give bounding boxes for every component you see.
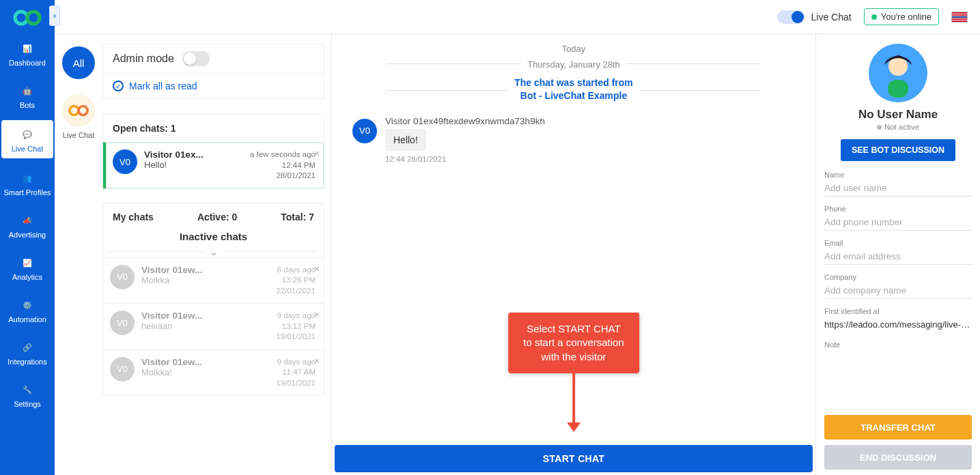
- integrations-icon: 🔗: [18, 340, 37, 355]
- online-status-badge[interactable]: You're online: [864, 8, 939, 25]
- email-input[interactable]: [824, 248, 972, 265]
- livechat-toggle[interactable]: [777, 10, 804, 24]
- admin-mode-label: Admin mode: [113, 53, 174, 65]
- user-status: Not active: [824, 123, 972, 131]
- brand-logo: [11, 5, 44, 30]
- visitor-last-message: Hello!: [144, 160, 243, 170]
- message-row: V0 Visitor 01ex49ftexdew9xnwmda73h9kh He…: [352, 116, 795, 163]
- open-chats-header: Open chats: 1: [103, 115, 324, 142]
- filter-strip: All Live Chat: [55, 34, 102, 475]
- see-bot-discussion-button[interactable]: SEE BOT DISCUSSION: [841, 139, 955, 161]
- top-bar: Live Chat You're online: [55, 0, 980, 34]
- nav-bots[interactable]: 🤖Bots: [0, 76, 55, 115]
- svg-rect-6: [888, 80, 908, 98]
- conversation-column: Today Thursday, January 28th The chat wa…: [331, 34, 816, 475]
- online-dot-icon: [871, 14, 877, 20]
- active-count: Active: 0: [197, 212, 237, 222]
- settings-icon: 🔧: [18, 382, 37, 397]
- end-discussion-button[interactable]: END DISCUSSION: [824, 445, 972, 470]
- nav-analytics[interactable]: 📈Analytics: [0, 248, 55, 287]
- inactive-chat-item[interactable]: V0 Visitor 01ew...Moikka 6 days ago13:26…: [103, 257, 324, 304]
- open-chats-panel: Open chats: 1 V0 Visitor 01ex... Hello! …: [102, 114, 324, 189]
- user-name-heading: No User Name: [824, 108, 972, 121]
- filter-brand[interactable]: [62, 94, 95, 127]
- arrow-down-icon: [567, 422, 580, 432]
- visitor-name: Visitor 01ex...: [144, 149, 243, 160]
- day-long-label: Thursday, January 28th: [527, 59, 620, 70]
- nav-dashboard[interactable]: 📊Dashboard: [0, 34, 55, 72]
- email-label: Email: [824, 239, 972, 247]
- chat-meta: a few seconds ago 12:44 PM 28/01/2021: [250, 149, 316, 182]
- message-sender-name: Visitor 01ex49ftexdew9xnwmda73h9kh: [385, 116, 545, 126]
- visitor-avatar: V0: [113, 149, 137, 174]
- profiles-icon: 👥: [18, 171, 37, 186]
- note-label: Note: [824, 341, 972, 349]
- nav-live-chat[interactable]: 💬Live Chat: [1, 120, 53, 158]
- message-avatar: V0: [352, 119, 377, 143]
- company-label: Company: [824, 273, 972, 281]
- visitor-avatar: V0: [110, 265, 135, 289]
- admin-mode-toggle[interactable]: [182, 51, 210, 66]
- advertising-icon: 📣: [18, 213, 37, 228]
- check-circle-icon: ✓: [113, 81, 124, 91]
- open-chat-item[interactable]: V0 Visitor 01ex... Hello! a few seconds …: [103, 142, 324, 188]
- svg-point-0: [15, 12, 27, 24]
- nav-integrations[interactable]: 🔗Integrations: [0, 333, 55, 371]
- close-icon[interactable]: ×: [314, 263, 320, 274]
- message-timestamp: 12:44 28/01/2021: [385, 155, 545, 163]
- nav-smart-profiles[interactable]: 👥Smart Profiles: [0, 164, 55, 202]
- phone-label: Phone: [824, 205, 972, 213]
- nav-advertising[interactable]: 📣Advertising: [0, 206, 55, 244]
- my-chats-label: My chats: [113, 212, 154, 222]
- svg-point-2: [70, 106, 79, 115]
- close-icon[interactable]: ×: [314, 309, 320, 320]
- day-label: Today: [352, 44, 795, 54]
- transfer-chat-button[interactable]: TRANSFER CHAT: [824, 415, 972, 440]
- visitor-avatar: V0: [110, 357, 135, 382]
- chat-start-info: The chat was started fromBot - LiveChat …: [514, 76, 633, 102]
- total-count: Total: 7: [281, 212, 314, 222]
- bots-icon: 🤖: [18, 83, 37, 98]
- name-label: Name: [824, 171, 972, 179]
- dashboard-icon: 📊: [18, 41, 37, 56]
- inactive-list: V0 Visitor 01ew...Moikka 6 days ago13:26…: [103, 257, 324, 396]
- automation-icon: ⚙️: [18, 298, 37, 313]
- nav-rail: › 📊Dashboard 🤖Bots 💬Live Chat 👥Smart Pro…: [0, 0, 55, 475]
- callout-box: Select START CHATto start a conversation…: [508, 313, 639, 373]
- company-input[interactable]: [824, 283, 972, 299]
- analytics-icon: 📈: [18, 255, 37, 270]
- first-identified-value: https://leadoo.com/messaging/live-ch...: [824, 317, 972, 332]
- name-input[interactable]: [824, 180, 972, 197]
- nav-automation[interactable]: ⚙️Automation: [0, 291, 55, 329]
- language-flag-uk[interactable]: [951, 12, 968, 23]
- inactive-chat-item[interactable]: V0 Visitor 01ew...heivaan 9 days ago13:1…: [103, 303, 324, 349]
- visitor-avatar: V0: [110, 311, 135, 335]
- tutorial-callout: Select START CHATto start a conversation…: [508, 313, 639, 432]
- content-row: All Live Chat Admin mode ✓ Mark all as r…: [55, 34, 980, 475]
- user-avatar-large: [869, 44, 927, 102]
- expand-chevron[interactable]: ⌄: [103, 246, 324, 257]
- list-column: Admin mode ✓ Mark all as read Open chats…: [102, 34, 331, 475]
- lead-panel: ◀ Lead info No User Name Not active SEE …: [816, 34, 980, 475]
- close-icon[interactable]: ×: [314, 356, 320, 366]
- first-identified-label: First identified at: [824, 307, 972, 315]
- close-icon[interactable]: ×: [314, 148, 320, 159]
- svg-point-3: [79, 106, 87, 115]
- my-chats-panel: My chats Active: 0 Total: 7 Inactive cha…: [102, 203, 324, 397]
- livechat-icon: 💬: [18, 127, 37, 142]
- svg-point-1: [27, 12, 40, 24]
- phone-input[interactable]: [824, 214, 972, 231]
- nav-collapse-caret[interactable]: ›: [49, 5, 60, 26]
- admin-mode-row: Admin mode: [102, 44, 324, 74]
- nav-settings[interactable]: 🔧Settings: [0, 375, 55, 414]
- filter-brand-label: Live Chat: [63, 131, 94, 139]
- mark-all-read[interactable]: ✓ Mark all as read: [102, 74, 324, 99]
- inactive-chat-item[interactable]: V0 Visitor 01ew...Moikka! 9 days ago11:4…: [103, 349, 324, 396]
- livechat-toggle-label: Live Chat: [811, 12, 852, 23]
- message-bubble: Hello!: [385, 129, 426, 151]
- filter-all[interactable]: All: [62, 46, 95, 79]
- main-area: Live Chat You're online All Live Chat: [55, 0, 980, 475]
- status-dot-icon: [877, 125, 882, 130]
- inactive-chats-header: Inactive chats: [103, 231, 324, 246]
- start-chat-button[interactable]: START CHAT: [335, 445, 813, 472]
